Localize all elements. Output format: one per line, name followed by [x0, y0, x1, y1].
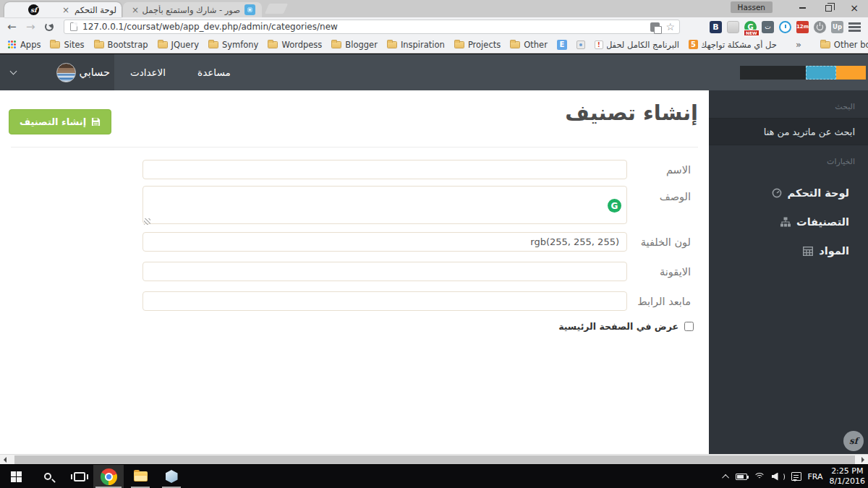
field-row-name: الاسم	[0, 160, 709, 179]
save-icon	[91, 117, 101, 127]
action-center-icon[interactable]	[791, 472, 801, 481]
translate-icon[interactable]	[650, 22, 660, 32]
sidebar-item-label: المواد	[819, 245, 849, 257]
task-view-button[interactable]	[65, 465, 94, 488]
sidebar-item-categories[interactable]: التصنيفات	[709, 207, 868, 236]
bookmark-folder-symfony[interactable]: Symfony	[208, 40, 259, 50]
cube-extension-icon[interactable]	[727, 21, 739, 33]
description-textarea[interactable]	[142, 186, 627, 224]
folder-icon	[158, 41, 168, 48]
reload-icon[interactable]	[45, 22, 54, 31]
table-icon	[803, 247, 813, 256]
folder-icon	[820, 41, 830, 48]
bitly-extension-icon[interactable]: B	[710, 21, 722, 33]
minimize-button[interactable]	[790, 0, 814, 16]
taskbar-explorer-button[interactable]	[126, 465, 155, 488]
tab-close-icon[interactable]: ×	[62, 5, 69, 15]
navbar-item-settings[interactable]: الاعدادت	[114, 54, 182, 90]
dot-favicon-icon	[576, 40, 585, 49]
bookmark-e[interactable]: E	[557, 40, 567, 50]
search-input[interactable]	[709, 127, 868, 137]
taskbar-search-button[interactable]	[33, 465, 62, 488]
restore-button[interactable]	[816, 0, 841, 16]
bookmark-folder-inspiration[interactable]: Inspiration	[387, 40, 445, 50]
windows-logo-icon	[11, 471, 22, 482]
sidebar-search-header: البحث	[709, 90, 868, 118]
bookmarks-overflow-chevron[interactable]: »	[796, 39, 801, 50]
resize-grip-icon[interactable]	[144, 218, 150, 225]
timer-extension-icon[interactable]	[779, 21, 791, 33]
background-color-input[interactable]	[142, 232, 627, 252]
forward-icon[interactable]: →	[26, 20, 35, 34]
photos-favicon-icon	[244, 4, 255, 15]
system-tray: FRA 2:25 PM 8/1/2016	[724, 465, 865, 488]
bookmark-label: JQuery	[171, 40, 199, 50]
scroll-left-icon[interactable]	[4, 457, 7, 463]
battery-icon[interactable]	[736, 474, 747, 480]
symfony-favicon-icon: sf	[28, 4, 39, 15]
language-indicator[interactable]: FRA	[808, 472, 823, 481]
bookmark-program[interactable]: !البرنامج الكامل لحفل اف	[595, 40, 679, 50]
tab-close-icon[interactable]: ×	[132, 5, 139, 15]
back-icon[interactable]: ←	[7, 20, 17, 34]
sidebar-item-dashboard[interactable]: لوحة التحكم	[709, 179, 868, 207]
chrome-menu-icon[interactable]	[848, 22, 861, 32]
create-category-button[interactable]: إنشاء التصنيف	[9, 109, 111, 134]
icon-input[interactable]	[142, 262, 627, 281]
sidebar-item-materials[interactable]: المواد	[709, 236, 868, 265]
bookmark-folder-projects[interactable]: Projects	[454, 40, 501, 50]
name-input[interactable]	[142, 160, 627, 179]
navbar-item-help[interactable]: مساعدة	[182, 54, 247, 90]
show-on-homepage-label: عرض في الصفحة الرئيسية	[558, 321, 678, 332]
horizontal-scrollbar[interactable]	[0, 454, 868, 464]
scrollbar-thumb[interactable]	[14, 455, 855, 464]
field-row-description: الوصف G	[0, 186, 709, 227]
browser-profile-button[interactable]: Hassen	[731, 1, 773, 13]
bookmark-label: Sites	[64, 40, 84, 50]
new-tab-button[interactable]	[265, 4, 288, 14]
other-bookmarks[interactable]: Other bookmarks	[820, 40, 868, 50]
main-content: إنشاء تصنيف إنشاء التصنيف الاسم	[0, 90, 709, 454]
clock[interactable]: 2:25 PM 8/1/2016	[830, 466, 865, 487]
bookmark-folder-sites[interactable]: Sites	[50, 40, 84, 50]
bookmark-label: حل أي مشكلة تواجهك ا	[702, 40, 777, 50]
power-extension-icon[interactable]	[814, 21, 826, 33]
account-menu[interactable]: حسابي	[0, 54, 114, 90]
tray-chevron-up-icon[interactable]	[722, 474, 729, 481]
speaker-icon[interactable]	[772, 473, 778, 481]
bookmark-help[interactable]: 5حل أي مشكلة تواجهك ا	[689, 40, 777, 50]
wifi-icon[interactable]	[754, 473, 765, 481]
folder-icon	[387, 41, 397, 48]
show-on-homepage-checkbox[interactable]	[684, 322, 694, 331]
translate-extension-icon[interactable]: ت	[762, 21, 774, 33]
bookmark-label: Other	[524, 40, 548, 50]
bookmark-folder-wordpess[interactable]: Wordpess	[268, 40, 322, 50]
scroll-right-icon[interactable]	[861, 457, 864, 463]
progress-segment-blue	[806, 66, 836, 80]
taskbar-cube-app-button[interactable]	[157, 465, 186, 488]
bookmark-folder-bootstrap[interactable]: Bootstrap	[94, 40, 148, 50]
countdown-extension-icon[interactable]: 12m	[796, 21, 809, 33]
bookmark-folder-blogger[interactable]: Blogger	[331, 40, 378, 50]
bookmark-folder-other[interactable]: Other	[510, 40, 548, 50]
bookmark-star-icon[interactable]: ☆	[665, 22, 675, 32]
url-text[interactable]: 127.0.0.1/coursat/web/app_dev.php/admin/…	[82, 22, 650, 32]
field-row-slug: مابعد الرابط	[0, 291, 709, 311]
grammarly-extension-icon[interactable]: GNEW	[744, 21, 757, 33]
bookmark-apps[interactable]: Apps	[7, 40, 41, 50]
start-button[interactable]	[1, 465, 30, 488]
field-row-icon: الايقونة	[0, 262, 709, 281]
account-label: حسابي	[80, 67, 110, 78]
close-button[interactable]: ×	[842, 0, 867, 16]
bookmark-icon-only[interactable]	[576, 40, 585, 49]
upwork-extension-icon[interactable]: Up	[831, 21, 843, 33]
bookmark-folder-jquery[interactable]: JQuery	[158, 40, 199, 50]
tab-dashboard[interactable]: sf × لوحة التحكم	[4, 2, 122, 17]
symfony-logo-badge: sf	[843, 431, 864, 451]
taskbar-chrome-button[interactable]	[93, 465, 124, 488]
grammarly-icon[interactable]: G	[608, 199, 621, 213]
address-bar[interactable]: 127.0.0.1/coursat/web/app_dev.php/admin/…	[64, 20, 680, 34]
slug-input[interactable]	[142, 291, 627, 311]
tab-photos[interactable]: × صور - شارك واستمتع بأجمل	[123, 2, 262, 17]
folder-icon	[510, 41, 520, 48]
